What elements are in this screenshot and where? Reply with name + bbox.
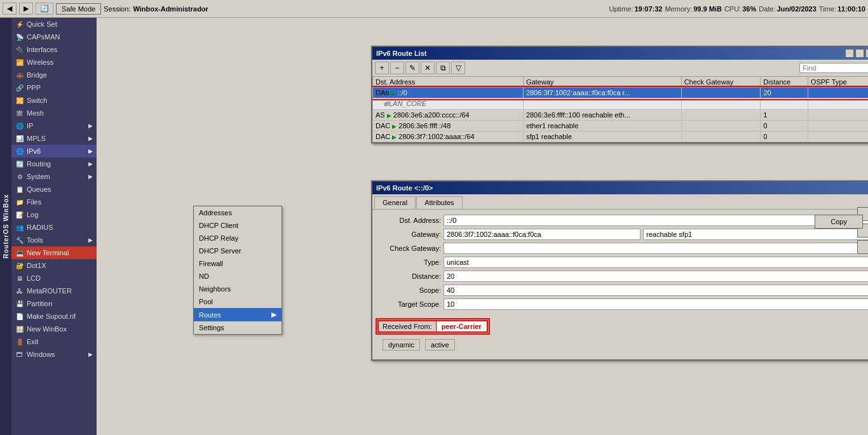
table-row[interactable]: AS ▶ 2806:3e6:a200:cccc::/64 2806:3e6:ff… (373, 110, 869, 121)
dropdown-item-neighbors[interactable]: Neighbors (194, 283, 281, 295)
sidebar-items: ⚡ Quick Set 📡 CAPsMAN 🔌 Interfaces 📶 Wir… (11, 18, 97, 361)
copy-route-button[interactable]: ⧉ (436, 62, 450, 74)
bridge-icon: 🌉 (15, 70, 24, 79)
target-scope-input[interactable] (444, 298, 868, 310)
table-row[interactable]: ⊕LAN_CORE (373, 98, 869, 110)
distance-input[interactable] (444, 271, 868, 282)
ppp-icon: 🔗 (15, 83, 24, 92)
forward-button[interactable]: ▶ (19, 3, 33, 15)
sidebar-item-ipv6[interactable]: 🌐 IPv6 ▶ (11, 145, 97, 157)
type-input[interactable] (444, 257, 868, 268)
route-detail-title: IPv6 Route <::/0> _ □ ✕ (372, 182, 868, 194)
sidebar-item-log[interactable]: 📝 Log (11, 208, 97, 221)
dropdown-item-settings[interactable]: Settings (194, 321, 281, 334)
add-route-button[interactable]: + (375, 62, 389, 74)
col-distance[interactable]: Distance (761, 77, 808, 88)
route-list-minimize[interactable]: _ (845, 49, 854, 58)
dropdown-item-pool[interactable]: Pool (194, 295, 281, 308)
dropdown-item-dhcp-relay[interactable]: DHCP Relay (194, 232, 281, 244)
sidebar-item-metarouter[interactable]: 🖧 MetaROUTER (11, 284, 97, 297)
sidebar-item-files[interactable]: 📁 Files (11, 196, 97, 208)
check-gateway-row: Check Gateway: (377, 243, 868, 254)
gateway-input[interactable] (444, 229, 641, 240)
safe-mode-button[interactable]: Safe Mode (56, 3, 101, 15)
refresh-button[interactable]: 🔄 (36, 3, 53, 15)
sidebar-item-tools[interactable]: 🔧 Tools ▶ (11, 234, 97, 246)
dropdown-item-dhcp-client[interactable]: DHCP Client (194, 219, 281, 232)
sidebar-item-new-terminal[interactable]: 💻 New Terminal (11, 246, 97, 259)
wireless-icon: 📶 (15, 58, 24, 67)
route-list-window: IPv6 Route List _ □ ✕ + − ✎ ✕ ⧉ ▽ (371, 46, 868, 144)
copy-button[interactable]: Copy (815, 215, 863, 229)
routing-icon: 🔄 (15, 159, 24, 168)
col-ospf-type[interactable]: OSPF Type ▼ (808, 77, 868, 88)
cancel-route-button[interactable]: ✕ (421, 62, 435, 74)
sidebar-item-ip[interactable]: 🌐 IP ▶ (11, 119, 97, 132)
sidebar-item-queues[interactable]: 📋 Queues (11, 183, 97, 196)
dropdown-item-firewall[interactable]: Firewall (194, 257, 281, 270)
mpls-icon: 📊 (15, 134, 24, 143)
sidebar-item-quick-set[interactable]: ⚡ Quick Set (11, 18, 97, 30)
filter-route-button[interactable]: ▽ (451, 62, 465, 74)
dropdown-item-dhcp-server[interactable]: DHCP Server (194, 244, 281, 257)
make-supout-icon: 📄 (15, 312, 24, 321)
sidebar-item-radius[interactable]: 👥 RADIUS (11, 221, 97, 234)
sidebar-item-interfaces[interactable]: 🔌 Interfaces (11, 43, 97, 56)
remove-route-button[interactable]: − (390, 62, 404, 74)
sidebar-item-switch[interactable]: 🔀 Switch (11, 94, 97, 107)
sidebar-item-make-supout[interactable]: 📄 Make Supout.rif (11, 310, 97, 323)
dst-address-label: Dst. Address: (377, 217, 441, 224)
sidebar-item-dot1x[interactable]: 🔐 Dot1X (11, 259, 97, 272)
dropdown-item-addresses[interactable]: Addresses (194, 206, 281, 219)
type-row: Type: (377, 257, 868, 268)
back-button[interactable]: ◀ (3, 3, 17, 15)
gateway-status-input[interactable] (643, 229, 868, 240)
remove-button[interactable]: Remove (857, 240, 868, 254)
sidebar-item-wireless[interactable]: 📶 Wireless (11, 56, 97, 69)
sidebar-item-routing[interactable]: 🔄 Routing ▶ (11, 157, 97, 170)
copy-area: Copy (815, 215, 863, 229)
dropdown-item-routes[interactable]: Routes ▶ (194, 308, 281, 321)
table-row[interactable]: DAC ▶ 2806:3f7:1002:aaaa::/64 sfp1 reach… (373, 131, 869, 142)
route-search-input[interactable] (799, 63, 868, 73)
dst-address-input[interactable] (444, 215, 868, 226)
sidebar-item-system[interactable]: ⚙ System ▶ (11, 170, 97, 183)
sidebar-item-new-winbox[interactable]: 🪟 New WinBox (11, 323, 97, 335)
sidebar-item-capsman[interactable]: 📡 CAPsMAN (11, 30, 97, 43)
dropdown-item-nd[interactable]: ND (194, 270, 281, 283)
edit-route-button[interactable]: ✎ (405, 62, 419, 74)
table-row[interactable]: DAb ▶ ::/0 2806:3f7:1002:aaaa::f0ca:f0ca… (373, 88, 869, 98)
sidebar-item-exit[interactable]: 🚪 Exit (11, 335, 97, 348)
route-detail-main: General Attributes Dst. Address: Gateway… (372, 194, 868, 359)
sidebar-item-partition[interactable]: 💾 Partition (11, 297, 97, 310)
windows-icon: 🗔 (15, 350, 24, 359)
routing-arrow: ▶ (88, 161, 93, 167)
sidebar-item-windows[interactable]: 🗔 Windows ▶ (11, 348, 97, 361)
metarouter-icon: 🖧 (15, 286, 24, 295)
sidebar-item-bridge[interactable]: 🌉 Bridge (11, 69, 97, 81)
route-list-close[interactable]: ✕ (865, 49, 868, 58)
sidebar-item-ppp[interactable]: 🔗 PPP (11, 81, 97, 94)
col-gateway[interactable]: Gateway (523, 77, 681, 88)
route-list-maximize[interactable]: □ (855, 49, 864, 58)
check-gateway-input[interactable] (444, 243, 868, 254)
type-label: Type: (377, 258, 441, 266)
scope-input[interactable] (444, 284, 868, 296)
sidebar-brand: RouterOS WinBox (0, 18, 11, 435)
tab-attributes[interactable]: Attributes (416, 196, 462, 209)
col-dst-address[interactable]: Dst. Address (373, 77, 524, 88)
received-from-row: Received From: peer-Carrier (377, 320, 868, 333)
files-icon: 📁 (15, 197, 24, 206)
ipv6-arrow: ▶ (88, 148, 93, 154)
col-check-gateway[interactable]: Check Gateway (681, 77, 761, 88)
table-row[interactable]: DAC ▶ 2806:3e6:ffff::/48 ether1 reachabl… (373, 121, 869, 131)
sidebar-item-mpls[interactable]: 📊 MPLS ▶ (11, 132, 97, 145)
sidebar-item-mesh[interactable]: 🕸 Mesh (11, 107, 97, 119)
tab-bar: General Attributes (372, 194, 868, 209)
received-from-value: peer-Carrier (437, 321, 487, 331)
mpls-arrow: ▶ (88, 135, 93, 142)
session-value: Winbox-Administrador (133, 5, 208, 13)
tab-general[interactable]: General (374, 196, 416, 209)
sidebar-item-lcd[interactable]: 🖥 LCD (11, 272, 97, 284)
route-table-wrapper: Dst. Address Gateway Check Gateway Dista… (372, 76, 868, 142)
